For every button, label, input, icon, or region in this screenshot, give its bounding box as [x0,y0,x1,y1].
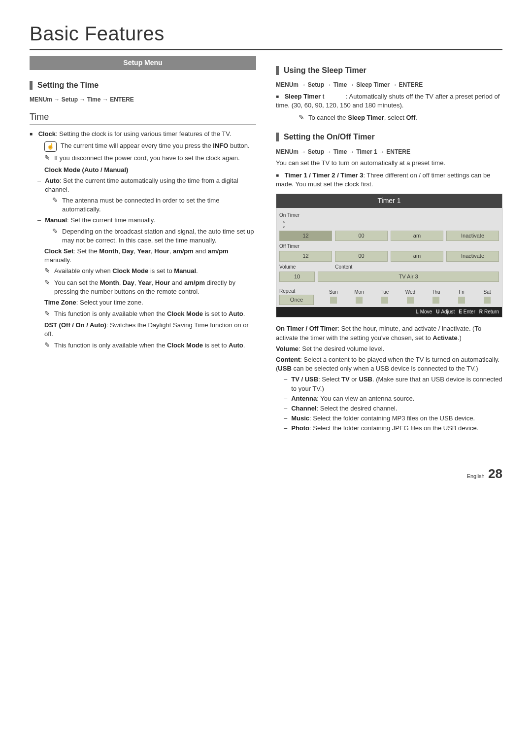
on-hour-spinner[interactable]: 12 [279,231,332,241]
clock-text: : Setting the clock is for using various… [56,130,231,137]
menu-path-timer1: MENUm → Setup → Time → Timer 1 → ENTERE [276,148,502,156]
menu-path-text: MENUm → Setup → Time → Timer 1 → ENTERE [276,148,410,155]
sleep-note: ✎ To cancel the Sleep Timer, select Off. [276,113,502,123]
volume-label: Volume [279,264,296,271]
timer-panel-title: Timer 1 [276,194,502,208]
intro-text: You can set the TV to turn on automatica… [276,159,502,168]
day-tue[interactable]: Tue [373,289,397,304]
volume-spinner[interactable]: 10 [279,272,315,282]
day-fri[interactable]: Fri [450,289,473,304]
clock-item: Clock: Setting the clock is for using va… [30,130,256,138]
manual-item: Manual: Set the current time manually. [37,216,256,225]
section-on-off-timer: Setting the On/Off Timer [276,132,502,142]
timer-footer: L Move U Adjust E Enter R Return [276,307,502,317]
setup-menu-header: Setup Menu [30,56,256,70]
menu-path-time: MENUm → Setup → Time → ENTERE [30,96,256,104]
time-heading: Time [30,111,256,125]
info-note: ☝ The current time will appear every tim… [30,141,256,152]
off-timer-label: Off Timer [279,243,499,250]
note-icon: ✎ [52,196,58,213]
section-heading: Setting the On/Off Timer [284,132,375,142]
section-sleep-timer: Using the Sleep Timer [276,65,502,76]
section-setting-time: Setting the Time [30,80,256,91]
off-min-spinner[interactable]: 00 [335,251,388,261]
page-footer: English 28 [30,465,502,482]
footer-lang: English [467,473,485,479]
clock-mode-label: Clock Mode (Auto / Manual) [44,166,128,173]
antenna-item: Antenna: You can view an antenna source. [284,394,502,403]
menu-path-sleep: MENUm → Setup → Time → Sleep Timer → ENT… [276,81,502,89]
dst-note: ✎ This function is only available when t… [30,341,256,351]
off-activate-spinner[interactable]: Inactivate [446,251,499,261]
repeat-label: Repeat [279,288,314,295]
music-item: Music: Select the folder containing MP3 … [284,414,502,423]
on-activate-spinner[interactable]: Inactivate [446,231,499,241]
note-text: The current time will appear every time … [61,141,250,152]
manual-note: ✎ Depending on the broadcast station and… [30,227,256,245]
day-mon[interactable]: Mon [347,289,371,304]
on-ampm-spinner[interactable]: am [391,231,443,241]
timer123-item: Timer 1 / Timer 2 / Timer 3: Three diffe… [276,171,502,189]
channel-item: Channel: Select the desired channel. [284,404,502,413]
footer-page-number: 28 [488,466,502,481]
tv-usb-item: TV / USB: Select TV or USB. (Make sure t… [284,375,502,393]
clock-set: Clock Set: Set the Month, Day, Year, Hou… [30,247,256,265]
auto-item: Auto: Set the current time automatically… [37,176,256,194]
day-wed[interactable]: Wed [399,289,422,304]
day-thu[interactable]: Thu [424,289,448,304]
on-min-spinner[interactable]: 00 [335,231,388,241]
content-label: Content [335,264,352,271]
menu-path-text: MENUm → Setup → Time → ENTERE [30,96,134,103]
section-bar-icon [30,81,33,90]
on-off-desc: On Timer / Off Timer: Set the hour, minu… [276,324,502,342]
tools-icon: t [323,93,325,100]
note-text: If you disconnect the power cord, you ha… [54,154,240,164]
off-hour-spinner[interactable]: 12 [279,251,332,261]
note-icon: ✎ [44,266,50,276]
dst: DST (Off / On / Auto): Switches the Dayl… [30,321,256,339]
content-spinner[interactable]: TV Air 3 [318,272,499,282]
repeat-spinner[interactable]: Once [279,295,314,305]
hand-icon: ☝ [44,141,57,152]
section-bar-icon [276,66,279,75]
note-icon: ✎ [44,278,50,296]
volume-desc: Volume: Set the desired volume level. [276,344,502,353]
note-icon: ✎ [52,227,58,244]
note-icon: ✎ [44,153,50,163]
note-text: The antenna must be connected in order t… [62,196,256,214]
day-sat[interactable]: Sat [475,289,499,304]
note-icon: ✎ [44,309,50,319]
page-title: Basic Features [30,20,502,50]
auto-note: ✎ The antenna must be connected in order… [30,196,256,214]
note-icon: ✎ [44,341,50,350]
on-timer-label: On Timer [279,212,499,219]
section-bar-icon [276,133,279,141]
section-heading: Setting the Time [37,80,99,91]
cs-note2: ✎ You can set the Month, Day, Year, Hour… [30,278,256,296]
tz-note: ✎ This function is only available when t… [30,309,256,319]
timer-panel: Timer 1 On Timer ud 12 00 am Inactivate … [276,194,502,318]
off-ampm-spinner[interactable]: am [391,251,443,261]
sleep-timer-item: Sleep Timer t : Automatically shuts off … [276,92,502,110]
left-column: Setup Menu Setting the Time MENUm → Setu… [30,56,256,435]
updown-icon: ud [279,219,499,230]
right-column: Using the Sleep Timer MENUm → Setup → Ti… [276,56,502,435]
note-icon: ✎ [299,113,304,123]
disconnect-note: ✎ If you disconnect the power cord, you … [30,154,256,164]
time-zone: Time Zone: Select your time zone. [30,298,256,307]
day-sun[interactable]: Sun [322,289,345,304]
photo-item: Photo: Select the folder containing JPEG… [284,424,502,433]
section-heading: Using the Sleep Timer [284,65,366,76]
cs-note1: ✎ Available only when Clock Mode is set … [30,267,256,276]
content-desc: Content: Select a content to be played w… [276,355,502,373]
clock-label: Clock [38,130,56,137]
menu-path-text: MENUm → Setup → Time → Sleep Timer → ENT… [276,81,423,88]
note-text: Depending on the broadcast station and s… [62,227,256,245]
